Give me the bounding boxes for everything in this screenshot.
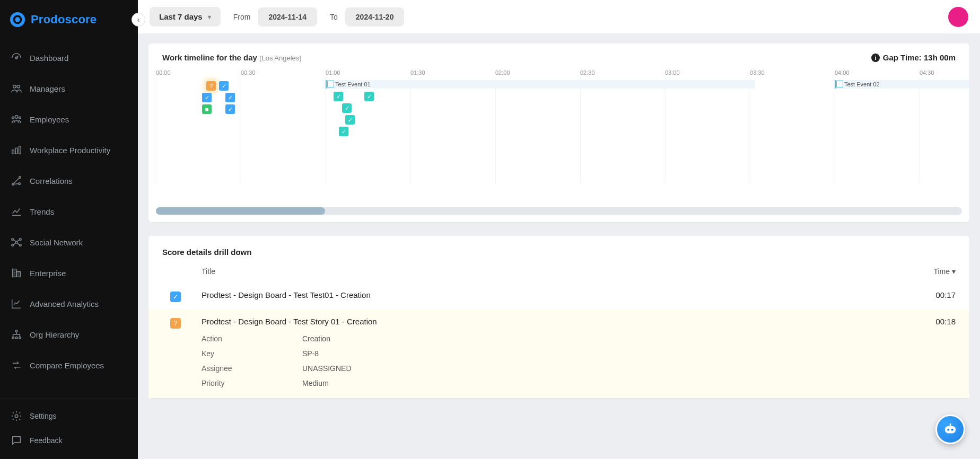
sidebar-item-label: Enterprise — [30, 269, 66, 278]
sidebar-item-trends[interactable]: Trends — [0, 196, 138, 227]
date-range-selector[interactable]: Last 7 days ▾ — [150, 7, 221, 27]
drill-row-time: 00:18 — [913, 317, 956, 326]
sidebar-item-social-network[interactable]: Social Network — [0, 227, 138, 258]
detail-label: Action — [202, 334, 302, 343]
hour-label: 03:30 — [750, 69, 835, 76]
sidebar-item-feedback[interactable]: Feedback — [0, 428, 138, 453]
sidebar-item-managers[interactable]: Managers — [0, 73, 138, 104]
activity-chip-icon[interactable]: ✓ — [334, 92, 343, 101]
secondary-nav: Settings Feedback — [0, 398, 138, 459]
svg-point-20 — [15, 330, 18, 332]
sidebar-item-label: Settings — [30, 412, 57, 420]
detail-label: Assignee — [202, 364, 302, 373]
chatbot-fab[interactable] — [935, 414, 965, 444]
task-chip-icon[interactable]: ✓ — [225, 104, 235, 114]
svg-rect-25 — [945, 426, 956, 434]
drill-row[interactable]: ✓ Prodtest - Design Board - Test Test01 … — [148, 283, 969, 310]
drill-down-heading: Score details drill down — [148, 236, 969, 262]
detail-label: Priority — [202, 379, 302, 387]
subtask-chip-icon[interactable]: ■ — [202, 104, 212, 114]
brand-name: Prodoscore — [31, 13, 97, 27]
sidebar-item-correlations[interactable]: Correlations — [0, 165, 138, 196]
hour-label: 04:00 — [835, 69, 920, 76]
detail-value: UNASSIGNED — [302, 364, 352, 373]
drill-down-columns: Title Time ▾ — [148, 262, 969, 283]
calendar-event-icon — [327, 81, 334, 87]
hour-label: 02:30 — [580, 69, 665, 76]
svg-point-2 — [13, 85, 16, 89]
svg-point-23 — [19, 337, 21, 339]
detail-value: Medium — [302, 379, 329, 387]
compare-icon — [11, 359, 22, 371]
sidebar-item-label: Org Hierarchy — [30, 330, 79, 339]
activity-chip-icon[interactable]: ✓ — [345, 115, 355, 125]
activity-chip-row: ✓ — [345, 115, 355, 125]
to-date-input[interactable]: 2024-11-20 — [345, 7, 405, 27]
managers-icon — [11, 83, 22, 94]
svg-rect-28 — [950, 423, 951, 426]
primary-nav: Dashboard Managers Employees Workplace P… — [0, 39, 138, 398]
sidebar-item-org-hierarchy[interactable]: Org Hierarchy — [0, 319, 138, 350]
from-date-input[interactable]: 2024-11-14 — [258, 7, 317, 27]
sidebar-item-dashboard[interactable]: Dashboard — [0, 42, 138, 73]
analytics-icon — [11, 298, 22, 310]
timeline-event[interactable]: Test Event 02 — [835, 80, 969, 89]
timeline-event[interactable]: Test Event 01 — [326, 80, 755, 89]
correlations-icon — [11, 175, 22, 187]
activity-chip-row: ✓ — [342, 103, 352, 113]
detail-label: Key — [202, 349, 302, 358]
svg-point-15 — [20, 239, 22, 241]
brand-logo-icon — [10, 12, 25, 28]
task-type-icon: ✓ — [170, 292, 181, 302]
sidebar-item-label: Advanced Analytics — [30, 299, 99, 308]
brand[interactable]: Prodoscore — [0, 0, 138, 39]
activity-chip-row: ✓ ✓ — [334, 92, 374, 101]
svg-rect-8 — [15, 148, 18, 154]
sidebar-item-compare-employees[interactable]: Compare Employees — [0, 350, 138, 381]
drill-row-title: Prodtest - Design Board - Test Test01 - … — [202, 290, 900, 299]
svg-rect-9 — [19, 146, 21, 154]
sidebar-item-workplace-productivity[interactable]: Workplace Productivity — [0, 135, 138, 165]
story-chip-icon[interactable]: ? — [206, 81, 216, 91]
task-chip-icon[interactable]: ✓ — [219, 81, 229, 91]
topbar: Last 7 days ▾ From 2024-11-14 To 2024-11… — [138, 0, 980, 34]
timeline-horizontal-scrollbar[interactable] — [156, 207, 962, 215]
timeline-event-label: Test Event 02 — [844, 81, 880, 87]
gap-time: i Gap Time: 13h 00m — [871, 53, 956, 62]
svg-point-26 — [947, 429, 949, 431]
drill-row-title: Prodtest - Design Board - Test Story 01 … — [202, 317, 900, 326]
col-title: Title — [202, 267, 215, 276]
sidebar-item-advanced-analytics[interactable]: Advanced Analytics — [0, 288, 138, 319]
timeline-title: Work timeline for the day (Los Angeles) — [162, 53, 302, 62]
hour-label: 01:00 — [326, 69, 410, 76]
scrollbar-thumb[interactable] — [156, 207, 325, 215]
sidebar-item-enterprise[interactable]: Enterprise — [0, 258, 138, 288]
enterprise-icon — [11, 267, 22, 279]
chevron-down-icon: ▾ — [208, 13, 211, 21]
sidebar-item-employees[interactable]: Employees — [0, 104, 138, 135]
calendar-event-icon — [836, 81, 843, 87]
timeline-body[interactable]: 00:00 00:30 01:00 01:30 02:00 02:30 03:0… — [148, 66, 969, 204]
user-avatar[interactable] — [948, 7, 968, 27]
sidebar-collapse-button[interactable]: ‹ — [132, 13, 145, 27]
timeline-hour-labels: 00:00 00:30 01:00 01:30 02:00 02:30 03:0… — [156, 66, 962, 78]
detail-value: SP-8 — [302, 349, 319, 358]
svg-point-12 — [19, 183, 21, 185]
activity-chip-icon[interactable]: ✓ — [342, 103, 352, 113]
activity-chip-icon[interactable]: ✓ — [339, 127, 348, 136]
svg-point-17 — [20, 244, 22, 246]
info-icon[interactable]: i — [871, 54, 880, 62]
drill-row[interactable]: ? Prodtest - Design Board - Test Story 0… — [148, 310, 969, 398]
score-details-card: Score details drill down Title Time ▾ ✓ … — [148, 236, 969, 398]
task-chip-icon[interactable]: ✓ — [225, 93, 235, 102]
svg-point-13 — [15, 241, 18, 243]
task-chip-icon[interactable]: ✓ — [202, 93, 212, 102]
feedback-icon — [11, 435, 22, 446]
hour-label: 00:30 — [241, 69, 326, 76]
timeline-lanes: Test Event 01 Test Event 02 ? ✓ ✓ — [156, 78, 962, 184]
activity-chip-icon[interactable]: ✓ — [364, 92, 374, 101]
sidebar-item-settings[interactable]: Settings — [0, 404, 138, 428]
hierarchy-icon — [11, 329, 22, 340]
sidebar-item-label: Trends — [30, 207, 54, 216]
col-time-sort[interactable]: Time ▾ — [933, 267, 956, 276]
